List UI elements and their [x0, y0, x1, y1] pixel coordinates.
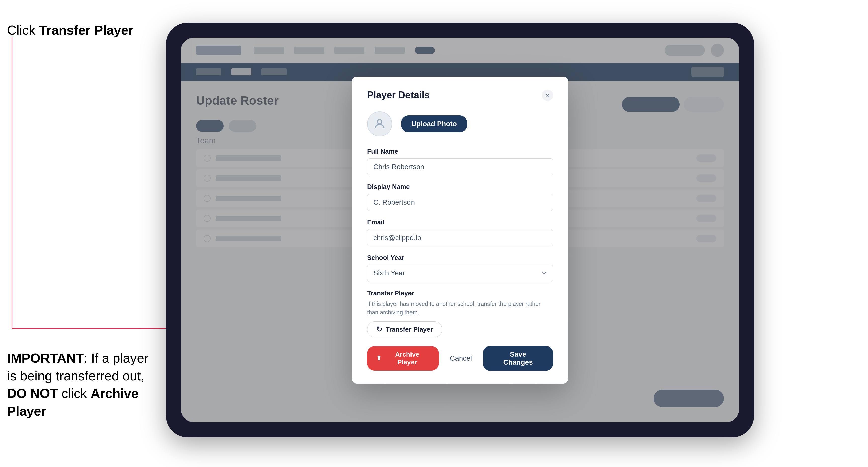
instruction-click: click [58, 386, 91, 401]
instruction-do-not: DO NOT [7, 386, 58, 401]
transfer-player-section: Transfer Player If this player has moved… [367, 289, 553, 337]
tablet-screen: Update Roster Team [181, 38, 739, 422]
full-name-input[interactable] [367, 158, 553, 176]
email-label: Email [367, 218, 553, 226]
full-name-group: Full Name [367, 148, 553, 176]
school-year-group: School Year Sixth Year First Year Second… [367, 254, 553, 282]
instruction-transfer-bold: Transfer Player [39, 23, 133, 37]
close-icon: × [546, 91, 550, 99]
tablet-device: Update Roster Team [166, 23, 754, 437]
transfer-player-button-label: Transfer Player [385, 325, 433, 333]
instruction-bottom: IMPORTANT: If a player is being transfer… [7, 349, 153, 420]
cancel-button[interactable]: Cancel [444, 350, 478, 367]
display-name-group: Display Name [367, 183, 553, 211]
avatar-upload-row: Upload Photo [367, 111, 553, 136]
modal-close-button[interactable]: × [542, 90, 553, 101]
display-name-input[interactable] [367, 194, 553, 211]
full-name-label: Full Name [367, 148, 553, 155]
display-name-label: Display Name [367, 183, 553, 191]
user-icon [373, 117, 386, 130]
school-year-label: School Year [367, 254, 553, 262]
transfer-player-button[interactable]: ↻ Transfer Player [367, 321, 442, 337]
email-input[interactable] [367, 229, 553, 246]
upload-photo-button[interactable]: Upload Photo [401, 115, 467, 132]
instruction-click-text: Click [7, 23, 39, 37]
archive-icon: ⬆ [376, 354, 381, 362]
school-year-select[interactable]: Sixth Year First Year Second Year Third … [367, 264, 553, 282]
instruction-top: Click Transfer Player [7, 23, 133, 38]
modal-footer: ⬆ Archive Player Cancel Save Changes [367, 346, 553, 371]
transfer-player-label: Transfer Player [367, 289, 553, 297]
modal-title-row: Player Details × [367, 90, 553, 101]
instruction-important: IMPORTANT [7, 351, 84, 366]
archive-player-button[interactable]: ⬆ Archive Player [367, 346, 439, 371]
archive-player-label: Archive Player [384, 351, 430, 366]
modal-title: Player Details [367, 90, 430, 100]
player-details-modal: Player Details × Upload Photo [352, 77, 568, 383]
avatar-placeholder [367, 111, 392, 136]
email-group: Email [367, 218, 553, 246]
save-changes-button[interactable]: Save Changes [483, 346, 553, 371]
modal-overlay: Player Details × Upload Photo [181, 38, 739, 422]
annotation-vertical-line [11, 37, 12, 329]
svg-point-0 [377, 119, 381, 124]
transfer-player-description: If this player has moved to another scho… [367, 300, 553, 317]
refresh-icon: ↻ [376, 325, 382, 334]
